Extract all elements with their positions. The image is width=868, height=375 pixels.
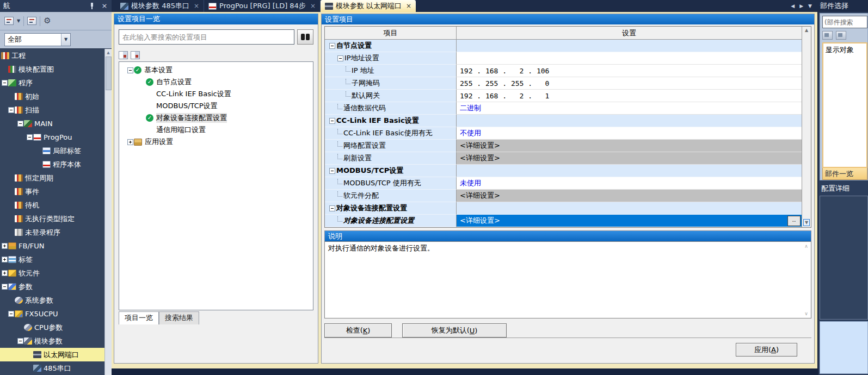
collapse-box-icon[interactable] [8,311,14,317]
nav-item-label[interactable]: 标签 [0,253,104,266]
setting-item-cell[interactable]: 子网掩码 [325,77,457,90]
setting-tree-item-modbus-tcp-settings[interactable]: MODBUS/TCP设置 [119,100,313,112]
setting-item-cell[interactable]: CC-Link IEF Basic设置 [325,115,457,127]
element-search-input[interactable] [822,16,867,28]
tab-progpou[interactable]: ProgPou [PRG] [LD] 84步 × [204,0,321,12]
setting-item-cell[interactable]: 软元件分配 [325,190,457,202]
detail-ellipsis-button[interactable]: .. [787,216,801,226]
setting-value-cell[interactable]: 不使用 [457,127,802,140]
search-button[interactable] [297,29,313,45]
collapse-box-icon[interactable] [27,134,33,140]
setting-value-cell[interactable]: 未使用 [457,177,802,190]
nav-item-event[interactable]: 事件 [0,185,104,198]
setting-value-cell[interactable]: 192 . 168 . 2 . 106 [457,65,802,77]
setting-item-cell[interactable]: MODBUS/TCP设置 [325,165,457,177]
setting-tree-item-cclink-ief-basic-settings[interactable]: CC-Link IEF Basic设置 [119,88,313,100]
close-icon[interactable]: × [101,1,108,11]
dock-window-icon[interactable] [27,17,36,25]
setting-item-cell[interactable]: 网络配置设置 [325,140,457,152]
scrollbar-thumb[interactable] [106,57,112,90]
setting-item-cell[interactable]: 对象设备连接配置设置 [325,215,457,227]
expand-box-icon[interactable] [2,243,8,249]
nav-item-unregistered[interactable]: 未登录程序 [0,226,104,239]
nav-item-module-parameter[interactable]: 模块参数 [0,334,104,348]
nav-item-485-serial[interactable]: 485串口 [0,361,104,375]
expand-box-icon[interactable] [2,257,8,262]
navigation-scrollbar[interactable]: ▲ [104,49,112,375]
collapse-box-icon[interactable] [329,43,335,49]
setting-value-cell[interactable]: 255 . 255 . 255 . 0 [457,77,802,90]
collapse-box-icon[interactable] [127,67,133,73]
scroll-down-icon[interactable]: ▼ [803,219,810,226]
scroll-up-icon[interactable]: ▲ [805,28,808,33]
setting-value-cell[interactable]: <详细设置> [457,140,802,152]
collapse-box-icon[interactable] [329,205,335,211]
collapse-all-icon[interactable] [119,51,128,59]
nav-item-program[interactable]: 程序 [0,76,104,90]
tree-collapse-icon[interactable] [4,17,14,25]
setting-item-cell[interactable]: 对象设备连接配置设置 [325,202,457,215]
chevron-down-icon[interactable]: ▼ [17,18,20,23]
chevron-down-icon[interactable]: ∨ [804,311,808,316]
setting-item-cell[interactable]: 默认网关 [325,90,457,102]
nav-item-system-parameter[interactable]: 系统参数 [0,293,104,307]
element-tool-icon[interactable] [836,31,846,40]
tab-element-list[interactable]: 部件一览 [822,168,867,180]
chevron-up-icon[interactable]: ∧ [804,243,808,249]
expand-all-icon[interactable] [131,51,140,59]
settings-table-scrollbar[interactable]: ▲ ▼ [802,27,811,227]
nav-item-no-exec-type[interactable]: 无执行类型指定 [0,212,104,226]
setting-value-cell[interactable]: <详细设置>.. [457,215,802,227]
description-scrollbar[interactable]: ∧ ∨ [802,242,811,318]
expand-box-icon[interactable] [127,139,133,145]
tab-search-result[interactable]: 搜索结果 [159,311,199,324]
setting-value-cell[interactable]: 二进制 [457,102,802,115]
setting-search-input[interactable] [119,29,294,45]
collapse-box-icon[interactable] [337,55,343,61]
collapse-box-icon[interactable] [2,284,8,290]
tab-list-icon[interactable]: ▼ [808,3,812,9]
previous-tab-icon[interactable]: ◀ [791,3,795,9]
setting-tree-item-basic-settings[interactable]: ✓基本设置 [119,64,313,76]
next-tab-icon[interactable]: ▶ [799,3,803,9]
expand-box-icon[interactable] [2,270,8,276]
nav-item-initial[interactable]: 初始 [0,90,104,103]
nav-item-module-config[interactable]: 模块配置图 [0,62,104,76]
setting-tree-item-own-node-settings[interactable]: ✓自节点设置 [119,76,313,88]
element-tool-icon[interactable] [822,31,833,40]
setting-item-cell[interactable]: CC-Link IEF Basic使用有无 [325,127,457,140]
chevron-down-icon[interactable]: ▼ [61,34,70,46]
setting-value-cell[interactable]: 192 . 168 . 2 . 1 [457,90,802,102]
nav-item-parameter[interactable]: 参数 [0,280,104,293]
scroll-up-icon[interactable]: ▲ [107,49,109,57]
nav-item-scan[interactable]: 扫描 [0,103,104,117]
setting-item-cell[interactable]: 通信数据代码 [325,102,457,115]
restore-default-button[interactable]: 恢复为默认(U) [402,323,507,338]
check-button[interactable]: 检查(K) [324,323,392,338]
nav-item-project[interactable]: 工程 [0,49,104,62]
tab-module-param-485[interactable]: 模块参数 485串口 × [116,0,204,12]
nav-item-device[interactable]: 软元件 [0,266,104,280]
nav-item-local-label[interactable]: 局部标签 [0,144,104,158]
nav-item-fx5ucpu[interactable]: FX5UCPU [0,307,104,321]
collapse-box-icon[interactable] [17,338,23,344]
collapse-box-icon[interactable] [329,118,335,124]
setting-tree-item-application-settings[interactable]: 应用设置 [119,136,313,148]
close-icon[interactable]: × [406,2,411,10]
nav-item-ethernet-port[interactable]: 以太网端口 [0,348,104,361]
setting-item-cell[interactable]: IP地址设置 [325,52,457,65]
nav-item-standby[interactable]: 待机 [0,198,104,212]
setting-value-cell[interactable]: <详细设置> [457,190,802,202]
apply-button[interactable]: 应用(A) [736,343,797,357]
tab-module-param-ethernet[interactable]: 模块参数 以太网端口 × [321,0,416,12]
navigation-filter-dropdown[interactable]: 全部 ▼ [4,33,71,46]
pin-icon[interactable] [89,2,95,10]
nav-item-main[interactable]: MAIN [0,117,104,130]
nav-item-cpu-parameter[interactable]: CPU参数 [0,321,104,334]
settings-gear-icon[interactable]: ⚙ [44,17,51,25]
setting-tree-item-comm-port-settings[interactable]: 通信用端口设置 [119,124,313,136]
collapse-box-icon[interactable] [2,80,8,86]
collapse-box-icon[interactable] [17,121,23,127]
nav-item-fb-fun[interactable]: FB/FUN [0,239,104,253]
tab-item-list[interactable]: 项目一览 [119,311,159,324]
